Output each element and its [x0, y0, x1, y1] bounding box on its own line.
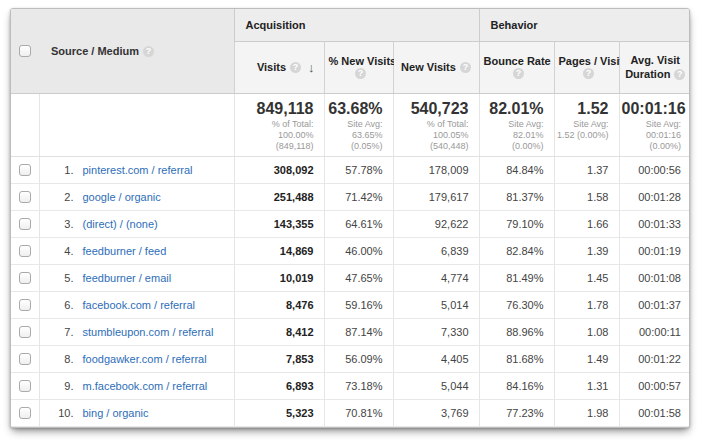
summary-source-cell — [39, 93, 234, 156]
new-visits-cell: 7,330 — [393, 318, 479, 345]
summary-avg-visit-duration: 00:01:16 Site Avg:00:01:16(0.00%) — [619, 93, 690, 156]
row-checkbox-cell — [11, 399, 39, 426]
table-row: 4.feedburner / feed 14,869 46.00% 6,839 … — [11, 237, 690, 264]
source-medium-link[interactable]: feedburner / feed — [83, 245, 167, 257]
avg-visit-duration-cell: 00:01:08 — [619, 264, 690, 291]
row-rank: 1. — [52, 164, 74, 176]
row-checkbox[interactable] — [19, 407, 31, 419]
behavior-group-label: Behavior — [491, 19, 538, 31]
summary-bounce-rate-value: 82.01% — [482, 99, 544, 118]
row-rank: 8. — [52, 353, 74, 365]
row-checkbox-cell — [11, 318, 39, 345]
summary-bounce-rate: 82.01% Site Avg:82.01%(0.00%) — [479, 93, 554, 156]
summary-avg-visit-duration-subtext: Site Avg:00:01:16(0.00%) — [622, 119, 682, 152]
source-medium-link[interactable]: bing / organic — [83, 407, 149, 419]
summary-bounce-rate-subtext: Site Avg:82.01%(0.00%) — [482, 119, 544, 152]
help-icon[interactable]: ? — [290, 62, 301, 73]
avg-visit-duration-cell: 00:00:56 — [619, 156, 690, 183]
source-medium-cell: 4.feedburner / feed — [39, 237, 234, 264]
table-row: 1.pinterest.com / referral 308,092 57.78… — [11, 156, 690, 183]
avg-visit-duration-cell: 00:01:22 — [619, 345, 690, 372]
row-rank: 3. — [52, 218, 74, 230]
column-header-visits[interactable]: Visits? ↓ — [234, 41, 324, 93]
acquisition-group-label: Acquisition — [246, 19, 306, 31]
bounce-rate-header-label: Bounce Rate — [484, 55, 550, 67]
row-checkbox-cell — [11, 372, 39, 399]
new-visits-cell: 6,839 — [393, 237, 479, 264]
row-checkbox[interactable] — [19, 245, 31, 257]
summary-new-visits-subtext: % of Total:100.05%(540,448) — [396, 119, 469, 152]
pct-new-visits-cell: 73.18% — [324, 372, 393, 399]
row-checkbox[interactable] — [19, 326, 31, 338]
bounce-rate-cell: 82.84% — [479, 237, 554, 264]
new-visits-cell: 5,014 — [393, 291, 479, 318]
visits-cell: 251,488 — [234, 183, 324, 210]
pages-visit-cell: 1.98 — [554, 399, 619, 426]
column-header-source-medium[interactable]: Source / Medium? — [39, 9, 234, 93]
source-medium-link[interactable]: stumbleupon.com / referral — [83, 326, 214, 338]
source-medium-table: Source / Medium? Acquisition Behavior Vi… — [11, 9, 690, 427]
help-icon[interactable]: ? — [355, 68, 366, 79]
help-icon[interactable]: ? — [583, 68, 594, 79]
summary-visits-subtext: % of Total:100.00%(849,118) — [237, 119, 314, 152]
row-checkbox[interactable] — [19, 218, 31, 230]
visits-cell: 5,323 — [234, 399, 324, 426]
avg-visit-duration-cell: 00:01:37 — [619, 291, 690, 318]
source-medium-link[interactable]: m.facebook.com / referral — [83, 380, 208, 392]
row-checkbox-cell — [11, 264, 39, 291]
help-icon[interactable]: ? — [513, 68, 524, 79]
bounce-rate-cell: 88.96% — [479, 318, 554, 345]
avg-visit-duration-header-label: Avg. Visit Duration — [625, 54, 680, 80]
pct-new-visits-cell: 46.00% — [324, 237, 393, 264]
row-checkbox[interactable] — [19, 191, 31, 203]
column-header-avg-visit-duration[interactable]: Avg. Visit Duration? — [619, 41, 690, 93]
source-medium-link[interactable]: facebook.com / referral — [83, 299, 196, 311]
table-row: 10.bing / organic 5,323 70.81% 3,769 77.… — [11, 399, 690, 426]
bounce-rate-cell: 81.68% — [479, 345, 554, 372]
row-checkbox[interactable] — [19, 272, 31, 284]
row-checkbox[interactable] — [19, 380, 31, 392]
new-visits-cell: 4,774 — [393, 264, 479, 291]
pages-visit-cell: 1.31 — [554, 372, 619, 399]
row-checkbox[interactable] — [19, 353, 31, 365]
bounce-rate-cell: 79.10% — [479, 210, 554, 237]
source-medium-link[interactable]: feedburner / email — [83, 272, 172, 284]
avg-visit-duration-cell: 00:00:11 — [619, 318, 690, 345]
row-rank: 4. — [52, 245, 74, 257]
row-rank: 10. — [52, 407, 74, 419]
source-medium-link[interactable]: pinterest.com / referral — [83, 164, 193, 176]
summary-checkbox-cell — [11, 93, 39, 156]
visits-cell: 308,092 — [234, 156, 324, 183]
source-medium-header-label: Source / Medium — [51, 45, 139, 57]
table-body: 849,118 % of Total:100.00%(849,118) 63.6… — [11, 93, 690, 426]
sort-descending-icon[interactable]: ↓ — [308, 60, 315, 75]
column-header-pages-visit[interactable]: Pages / Visit ? — [554, 41, 619, 93]
new-visits-cell: 5,044 — [393, 372, 479, 399]
source-medium-link[interactable]: foodgawker.com / referral — [83, 353, 207, 365]
row-checkbox[interactable] — [19, 299, 31, 311]
summary-pages-visit-value: 1.52 — [557, 99, 609, 118]
avg-visit-duration-cell: 00:01:28 — [619, 183, 690, 210]
help-icon[interactable]: ? — [460, 62, 471, 73]
pages-visit-cell: 1.08 — [554, 318, 619, 345]
source-medium-link[interactable]: google / organic — [83, 191, 161, 203]
column-header-pct-new-visits[interactable]: % New Visits ? — [324, 41, 393, 93]
pct-new-visits-header-label: % New Visits — [329, 55, 389, 67]
help-icon[interactable]: ? — [143, 46, 154, 57]
pct-new-visits-cell: 70.81% — [324, 399, 393, 426]
select-all-checkbox[interactable] — [19, 45, 31, 57]
row-checkbox-cell — [11, 345, 39, 372]
new-visits-cell: 179,617 — [393, 183, 479, 210]
bounce-rate-cell: 76.30% — [479, 291, 554, 318]
table-row: 5.feedburner / email 10,019 47.65% 4,774… — [11, 264, 690, 291]
source-medium-link[interactable]: (direct) / (none) — [83, 218, 158, 230]
column-header-new-visits[interactable]: New Visits? — [393, 41, 479, 93]
pages-visit-header-label: Pages / Visit — [559, 55, 615, 67]
help-icon[interactable]: ? — [674, 69, 685, 80]
summary-visits: 849,118 % of Total:100.00%(849,118) — [234, 93, 324, 156]
pct-new-visits-cell: 47.65% — [324, 264, 393, 291]
pages-visit-cell: 1.78 — [554, 291, 619, 318]
summary-row: 849,118 % of Total:100.00%(849,118) 63.6… — [11, 93, 690, 156]
column-header-bounce-rate[interactable]: Bounce Rate ? — [479, 41, 554, 93]
row-checkbox[interactable] — [19, 164, 31, 176]
